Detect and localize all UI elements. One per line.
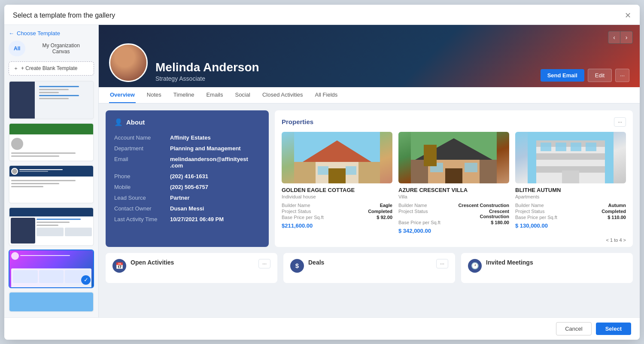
action-buttons: Send Email Edit ··· — [541, 69, 629, 82]
tab-overview[interactable]: Overview — [109, 87, 136, 103]
lead-source-value: Partner — [170, 195, 190, 201]
template-thumbnail-list: ✓ — [9, 81, 94, 312]
tab-notes[interactable]: Notes — [146, 87, 162, 103]
about-row-last-activity: Last Activity Time 10/27/2021 06:49 PM — [114, 214, 260, 225]
open-activities-more-button[interactable]: ··· — [258, 259, 270, 268]
create-blank-template-button[interactable]: ＋ + Create Blank Template — [9, 61, 94, 76]
property-3-name: BLITHE AUTUMN — [515, 187, 626, 193]
property-1-status-label: Project Status — [282, 209, 311, 214]
property-2-price-sqft-row: Base Price per Sq.ft $ 180.00 — [398, 220, 509, 225]
next-arrow-button[interactable]: › — [620, 31, 632, 43]
about-row-mobile: Mobile (202) 505-6757 — [114, 182, 260, 192]
mobile-label: Mobile — [114, 184, 170, 190]
mobile-value: (202) 505-6757 — [170, 184, 208, 190]
property-2-status-value: CrescentConstruction — [480, 209, 509, 219]
more-options-button[interactable]: ··· — [615, 69, 629, 82]
template-preview-area: ‹ › Melinda Anderson Strategy Associate … — [99, 25, 640, 317]
edit-button[interactable]: Edit — [588, 69, 612, 82]
department-label: Department — [114, 145, 170, 152]
email-label: Email — [114, 156, 170, 169]
svg-rect-6 — [346, 166, 356, 175]
about-card: 👤 About Account Name Affinity Estates De… — [106, 110, 269, 247]
select-button[interactable]: Select — [596, 323, 631, 335]
property-1-status-value: Completed — [368, 209, 392, 214]
property-image-1 — [282, 132, 392, 183]
invited-meetings-title: Invited Meetings — [486, 259, 533, 266]
phone-value: (202) 416-1631 — [170, 173, 208, 180]
back-label: Choose Template — [17, 30, 60, 37]
property-2-builder-row: Builder Name Crescent Construction — [398, 203, 509, 208]
template-thumbnail-1[interactable] — [9, 81, 94, 119]
tab-emails[interactable]: Emails — [205, 87, 224, 103]
email-value: melindaanderson@affinityest .com — [170, 156, 260, 169]
main-content: 👤 About Account Name Affinity Estates De… — [99, 104, 640, 317]
about-row-email: Email melindaanderson@affinityest .com — [114, 154, 260, 171]
tab-all-fields[interactable]: All Fields — [314, 87, 339, 103]
open-activities-icon: 📅 — [112, 259, 126, 273]
tab-timeline[interactable]: Timeline — [173, 87, 195, 103]
tab-navigation: Overview Notes Timeline Emails Social Cl… — [99, 87, 640, 104]
tab-my-org-canvas[interactable]: My Organization Canvas — [28, 41, 94, 56]
property-3-status-label: Project Status — [515, 209, 544, 214]
svg-rect-18 — [536, 153, 605, 160]
svg-rect-23 — [586, 143, 596, 151]
modal-header: Select a template from the gallery ✕ — [4, 5, 640, 25]
svg-rect-20 — [541, 143, 551, 151]
property-2-price-sqft-value: $ 180.00 — [491, 220, 509, 225]
property-2-builder-label: Builder Name — [398, 203, 427, 208]
deals-more-button[interactable]: ··· — [436, 259, 448, 268]
property-1-builder-label: Builder Name — [282, 203, 310, 208]
avatar-image — [110, 45, 146, 81]
properties-more-button[interactable]: ··· — [614, 117, 626, 127]
tab-closed-activities[interactable]: Closed Activities — [261, 87, 304, 103]
invited-meetings-icon: 🕐 — [468, 259, 482, 273]
about-header: 👤 About — [114, 118, 260, 126]
close-icon[interactable]: ✕ — [625, 11, 631, 20]
property-3-builder-label: Builder Name — [515, 203, 544, 208]
deals-icon: $ — [290, 259, 304, 273]
lead-source-label: Lead Source — [114, 195, 170, 201]
svg-rect-13 — [465, 163, 477, 172]
about-row-contact-owner: Contact Owner Dusan Messi — [114, 203, 260, 214]
properties-card: Properties ··· — [275, 110, 633, 247]
last-activity-value: 10/27/2021 06:49 PM — [170, 216, 224, 222]
top-row: 👤 About Account Name Affinity Estates De… — [106, 110, 633, 247]
open-activities-card: 📅 Open Activities ··· — [106, 253, 277, 283]
tab-social[interactable]: Social — [234, 87, 251, 103]
template-thumbnail-4[interactable] — [9, 207, 94, 246]
nav-arrows: ‹ › — [608, 31, 633, 44]
property-image-2 — [398, 132, 509, 183]
template-thumbnail-2[interactable] — [9, 123, 94, 161]
template-sidebar: ← Choose Template All My Organization Ca… — [4, 25, 99, 317]
prev-arrow-button[interactable]: ‹ — [608, 31, 620, 43]
back-button[interactable]: ← Choose Template — [9, 30, 94, 37]
tab-all[interactable]: All — [9, 41, 25, 56]
template-thumbnail-3[interactable] — [9, 165, 94, 204]
house1-image — [282, 132, 392, 183]
department-value: Planning and Management — [170, 145, 241, 152]
modal-title: Select a template from the gallery — [13, 12, 115, 19]
property-2-status-label: Project Status — [398, 209, 428, 219]
properties-title: Properties — [282, 118, 313, 125]
template-thumbnail-5[interactable]: ✓ — [9, 250, 94, 288]
property-1-price-sqft-value: $ 92.00 — [377, 215, 392, 220]
template-thumbnail-6[interactable] — [9, 292, 94, 312]
last-activity-label: Last Activity Time — [114, 216, 170, 222]
property-2-builder-value: Crescent Construction — [458, 203, 509, 208]
account-name-value: Affinity Estates — [170, 134, 211, 141]
about-row-phone: Phone (202) 416-1631 — [114, 171, 260, 182]
about-title: About — [126, 119, 145, 126]
property-3-status-row: Project Status Completed — [515, 209, 626, 214]
modal-dialog: Select a template from the gallery ✕ ← C… — [4, 5, 640, 340]
svg-rect-5 — [318, 166, 328, 175]
about-row-account-name: Account Name Affinity Estates — [114, 132, 260, 143]
property-item-1: GOLDEN EAGLE COTTAGE Individual house Bu… — [282, 132, 392, 234]
property-2-price-sqft-label: Base Price per Sq.ft — [398, 220, 440, 225]
about-row-lead-source: Lead Source Partner — [114, 192, 260, 203]
property-2-total-price: $ 342,000.00 — [398, 228, 509, 234]
properties-grid: GOLDEN EAGLE COTTAGE Individual house Bu… — [282, 132, 626, 234]
send-email-button[interactable]: Send Email — [541, 69, 584, 82]
create-blank-label: + Create Blank Template — [21, 65, 78, 71]
cancel-button[interactable]: Cancel — [556, 322, 591, 335]
property-3-price-sqft-value: $ 110.00 — [608, 215, 626, 220]
